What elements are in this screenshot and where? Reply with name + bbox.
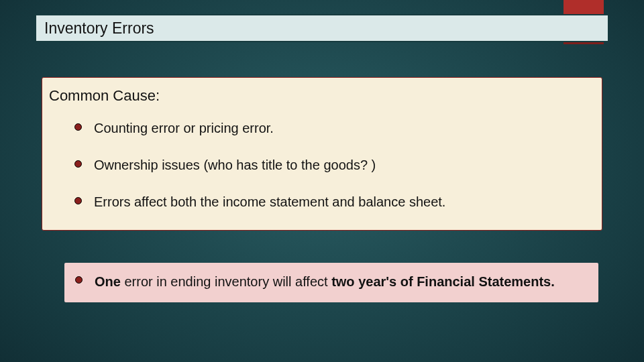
callout-bold-2: two year's of Financial Statements. [331,274,555,289]
bullet-icon [74,160,82,168]
list-item: Ownership issues (who has title to the g… [74,156,592,174]
slide-title: Inventory Errors [44,19,154,38]
callout-bold-1: One [95,274,121,289]
bullet-icon [75,276,83,284]
content-box: Common Cause: Counting error or pricing … [42,77,602,231]
list-item: Counting error or pricing error. [74,119,592,137]
list-item: One error in ending inventory will affec… [75,272,588,292]
content-heading: Common Cause: [49,87,592,105]
callout-mid: error in ending inventory will affect [121,274,331,289]
callout-text: One error in ending inventory will affec… [95,272,555,292]
list-item: Errors affect both the income statement … [74,193,592,211]
bullet-text: Errors affect both the income statement … [94,193,445,211]
bullet-text: Ownership issues (who has title to the g… [94,156,376,174]
bullet-icon [74,123,82,131]
callout-box: One error in ending inventory will affec… [64,263,598,302]
slide-title-bar: Inventory Errors [35,14,609,42]
bullet-text: Counting error or pricing error. [94,119,274,137]
bullet-icon [74,197,82,204]
